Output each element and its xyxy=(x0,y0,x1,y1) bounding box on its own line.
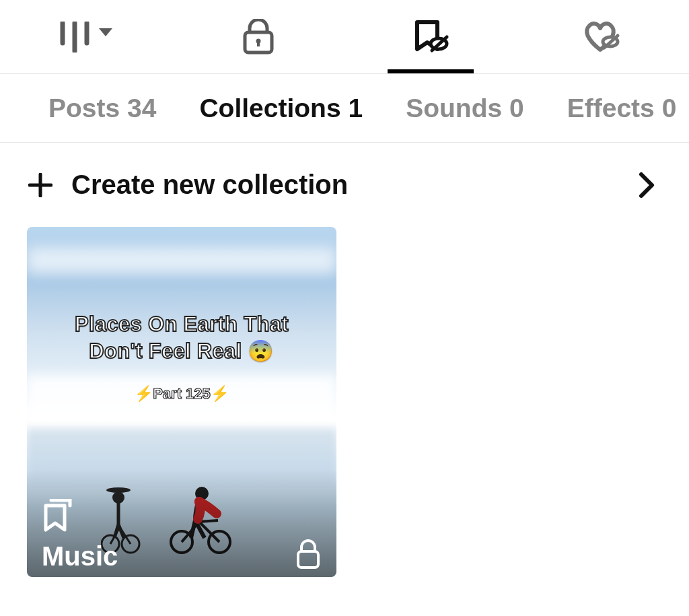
sub-tab-count: 0 xyxy=(509,94,524,123)
thumbnail-subcaption: ⚡Part 125⚡ xyxy=(27,385,336,403)
create-collection-row[interactable]: Create new collection xyxy=(0,143,689,227)
collections-grid: Places On Earth That Don't Feel Real 😨 ⚡… xyxy=(0,227,689,577)
sub-tab-collections[interactable]: Collections 1 xyxy=(199,94,363,123)
svg-rect-5 xyxy=(257,41,260,46)
lock-icon xyxy=(295,539,322,572)
sub-tab-label: Effects xyxy=(567,94,655,123)
sub-tab-count: 1 xyxy=(348,94,363,123)
bookmark-stack-icon xyxy=(42,499,73,535)
top-tab-bar xyxy=(0,0,689,74)
sub-tab-label: Posts xyxy=(48,94,120,123)
create-collection-label: Create new collection xyxy=(71,170,632,200)
sub-tab-sounds[interactable]: Sounds 0 xyxy=(406,94,524,123)
collection-title: Music xyxy=(42,541,118,572)
sub-tab-label: Collections xyxy=(199,94,340,123)
collection-card[interactable]: Places On Earth That Don't Feel Real 😨 ⚡… xyxy=(27,227,336,577)
chevron-right-icon xyxy=(632,172,662,199)
grid-icon xyxy=(60,22,112,53)
sub-tab-count: 0 xyxy=(662,94,677,123)
tab-liked[interactable] xyxy=(517,0,689,73)
tab-private[interactable] xyxy=(172,0,344,73)
bookmark-hidden-icon xyxy=(412,20,449,55)
tab-saved[interactable] xyxy=(344,0,517,73)
sub-tab-count: 34 xyxy=(127,94,156,123)
sub-tab-posts[interactable]: Posts 34 xyxy=(48,94,156,123)
sub-tab-bar: Posts 34 Collections 1 Sounds 0 Effects … xyxy=(0,74,689,143)
tab-grid[interactable] xyxy=(0,0,172,73)
lock-icon xyxy=(242,19,275,55)
svg-rect-22 xyxy=(298,551,318,568)
plus-icon xyxy=(28,173,58,197)
sub-tab-effects[interactable]: Effects 0 xyxy=(567,94,677,123)
heart-hidden-icon xyxy=(581,20,624,54)
thumbnail-caption: Places On Earth That Don't Feel Real 😨 xyxy=(27,311,336,366)
sub-tab-label: Sounds xyxy=(406,94,502,123)
